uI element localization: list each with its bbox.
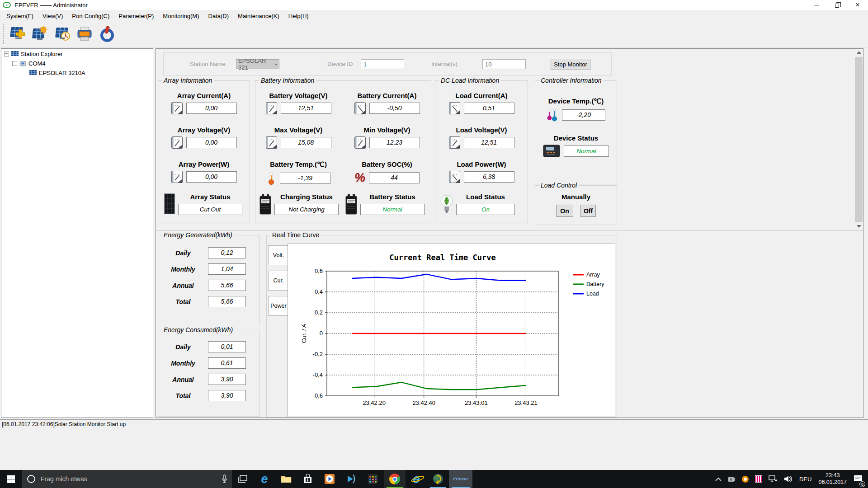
menu-maintenance[interactable]: Maintenance(K) bbox=[233, 11, 284, 21]
add-station-button[interactable] bbox=[7, 24, 27, 44]
gauge-icon bbox=[354, 102, 366, 114]
tree-item-label[interactable]: COM4 bbox=[28, 60, 46, 67]
device-status-label: Device Status bbox=[535, 134, 617, 142]
collapse-icon[interactable]: − bbox=[4, 52, 9, 56]
data-history-button[interactable] bbox=[52, 24, 72, 44]
tray-chevron-up[interactable] bbox=[712, 470, 725, 488]
taskbar-app-solar-monitor-globe[interactable]: ⤸ bbox=[427, 470, 449, 488]
taskbar-app-films-tv[interactable] bbox=[340, 470, 362, 488]
scrollbar-thumb[interactable] bbox=[855, 57, 863, 222]
solar-panel-icon bbox=[164, 193, 175, 215]
energy-con-monthly-label: Monthly bbox=[158, 360, 208, 367]
films-tv-icon bbox=[346, 474, 357, 484]
action-center-button[interactable]: 8 bbox=[850, 470, 868, 488]
energy-gen-annual-label: Annual bbox=[158, 282, 208, 289]
charging-status-value: Not Charging bbox=[274, 204, 339, 215]
group-title: Load Control bbox=[539, 182, 579, 189]
scrollbar-vertical[interactable] bbox=[855, 49, 863, 230]
load-off-button[interactable]: Off bbox=[580, 205, 596, 217]
menu-system[interactable]: System(F) bbox=[2, 11, 38, 21]
thermometer-icon bbox=[266, 171, 276, 185]
gauge-icon bbox=[171, 171, 183, 183]
taskbar-app-store[interactable] bbox=[297, 470, 319, 488]
toolbar bbox=[0, 22, 868, 47]
toolbar-drag-handle[interactable] bbox=[3, 24, 4, 44]
tray-app-icon-3[interactable] bbox=[752, 470, 765, 488]
tree-item-station-explorer[interactable]: − Station Explorer bbox=[1, 50, 153, 58]
scroll-up-icon[interactable] bbox=[857, 51, 861, 54]
monitor-panel: Station Name EPSOLAR 321 ▾ Device ID 1 I… bbox=[156, 48, 863, 418]
print-button[interactable] bbox=[75, 24, 94, 44]
minimize-button[interactable] bbox=[806, 0, 826, 10]
station-monitor-button[interactable] bbox=[29, 24, 49, 44]
svg-text:0,4: 0,4 bbox=[315, 288, 323, 295]
array-power-value: 0,00 bbox=[186, 171, 237, 183]
close-button[interactable]: × bbox=[847, 0, 868, 10]
language-indicator[interactable]: DEU bbox=[796, 470, 815, 488]
array-voltage-value: 0,00 bbox=[186, 137, 237, 148]
tab-volt[interactable]: Volt. bbox=[268, 245, 289, 265]
taskbar-app-media-player[interactable] bbox=[319, 470, 340, 488]
taskbar-app-launcher-grid[interactable] bbox=[362, 470, 384, 488]
connection-bar: Station Name EPSOLAR 321 ▾ Device ID 1 I… bbox=[163, 52, 612, 76]
app-logo-icon: e bbox=[3, 2, 11, 8]
array-current-value: 0,00 bbox=[186, 103, 237, 114]
volume-control[interactable] bbox=[781, 470, 796, 488]
stop-monitor-button[interactable]: Stop Monitor bbox=[551, 59, 590, 70]
clock[interactable]: 23:43 06.01.2017 bbox=[815, 472, 850, 486]
microphone-icon[interactable] bbox=[222, 474, 227, 483]
controller-device-icon bbox=[543, 145, 560, 157]
energy-gen-total-label: Total bbox=[158, 298, 208, 305]
manually-label: Manually bbox=[535, 193, 617, 201]
tab-power[interactable]: Power bbox=[268, 296, 289, 316]
tree-item-label[interactable]: Station Explorer bbox=[21, 51, 63, 57]
start-button[interactable] bbox=[0, 470, 22, 488]
menu-view[interactable]: View(V) bbox=[38, 11, 67, 21]
network-status[interactable] bbox=[765, 470, 781, 488]
battery-voltage-value: 12,51 bbox=[281, 103, 331, 114]
station-name-value: EPSOLAR 321 bbox=[238, 57, 275, 71]
taskbar-app-chrome[interactable] bbox=[384, 470, 406, 488]
station-name-label: Station Name bbox=[190, 61, 226, 67]
energy-con-total-label: Total bbox=[158, 392, 208, 399]
load-current-value: 0,51 bbox=[464, 103, 514, 114]
task-view-button[interactable] bbox=[232, 470, 254, 488]
load-control-group: Load Control Manually On Off bbox=[535, 185, 617, 225]
title-bar: e EPEVER —— Administrator × bbox=[0, 0, 868, 10]
menu-parameter[interactable]: Parameter(P) bbox=[114, 11, 158, 21]
tab-cur[interactable]: Cur. bbox=[268, 271, 289, 291]
tray-app-icon-2[interactable] bbox=[739, 470, 752, 488]
load-on-button[interactable]: On bbox=[556, 205, 573, 217]
tree-item-label[interactable]: EPSOLAR 3210A bbox=[39, 70, 85, 76]
restore-button[interactable] bbox=[826, 0, 847, 10]
taskbar-search-input[interactable]: Frag mich etwas bbox=[22, 470, 232, 488]
svg-text:0,2: 0,2 bbox=[315, 309, 323, 316]
taskbar-app-internet-explorer[interactable]: e bbox=[406, 470, 427, 488]
energy-gen-total-value: 5,66 bbox=[208, 296, 246, 307]
device-id-input[interactable]: 1 bbox=[361, 59, 404, 69]
taskbar-app-epever-monitor-active[interactable]: EPever bbox=[449, 470, 472, 488]
array-power-label: Array Power(W) bbox=[158, 160, 250, 168]
svg-text:-0,4: -0,4 bbox=[313, 371, 323, 378]
chrome-icon bbox=[389, 474, 400, 484]
array-voltage-label: Array Voltage(V) bbox=[158, 126, 250, 134]
scroll-down-icon[interactable] bbox=[857, 225, 861, 228]
tray-app-icon-1[interactable] bbox=[725, 470, 739, 488]
menu-data[interactable]: Data(D) bbox=[204, 11, 234, 21]
menu-help[interactable]: Help(H) bbox=[284, 11, 313, 21]
menu-monitoring[interactable]: Monitoring(M) bbox=[158, 11, 203, 21]
battery-icon bbox=[345, 194, 358, 215]
interval-input[interactable]: 10 bbox=[482, 59, 526, 69]
tree-item-epsolar-3210a[interactable]: EPSOLAR 3210A bbox=[1, 69, 153, 77]
epever-app-icon: EPever bbox=[453, 477, 468, 481]
station-name-select[interactable]: EPSOLAR 321 ▾ bbox=[236, 59, 279, 69]
collapse-icon[interactable]: − bbox=[12, 61, 17, 66]
tree-item-com4[interactable]: − COM4 bbox=[1, 59, 153, 68]
percent-icon: % bbox=[354, 171, 365, 185]
max-voltage-label: Max Voltage(V) bbox=[255, 126, 341, 134]
menu-port-config[interactable]: Port Config(C) bbox=[67, 11, 114, 21]
gauge-icon bbox=[449, 136, 460, 149]
taskbar-app-edge[interactable]: e bbox=[254, 470, 275, 488]
taskbar-app-file-explorer[interactable] bbox=[275, 470, 297, 488]
power-button[interactable] bbox=[97, 24, 117, 44]
